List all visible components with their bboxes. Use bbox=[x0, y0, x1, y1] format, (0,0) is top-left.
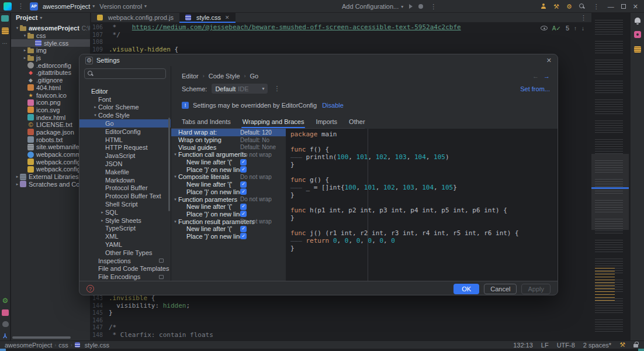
tab-imports[interactable]: Imports bbox=[316, 118, 337, 126]
editor-code-line[interactable]: 107 */ bbox=[91, 32, 461, 39]
settings-tree-item-color-scheme[interactable]: ▸Color Scheme bbox=[79, 104, 171, 112]
tab-tabs-and-indents[interactable]: Tabs and Indents bbox=[182, 118, 231, 126]
settings-tree-scrollbar[interactable] bbox=[168, 118, 170, 211]
apply-button[interactable]: Apply bbox=[521, 284, 550, 294]
database-tool-icon[interactable] bbox=[634, 46, 641, 53]
settings-tree-item-editor[interactable]: Editor bbox=[79, 87, 171, 95]
settings-tree-item-other-file-types[interactable]: Other File Types bbox=[79, 249, 171, 257]
settings-menu-icon[interactable]: ⋮ bbox=[592, 4, 601, 10]
settings-breadcrumb-item[interactable]: Code Style bbox=[209, 73, 240, 80]
settings-search[interactable] bbox=[84, 68, 166, 79]
settings-tree-item-json[interactable]: JSON bbox=[79, 160, 171, 168]
project-tree-item[interactable]: webpack.common.js bbox=[11, 151, 90, 159]
tab-options-icon[interactable]: ⋮ bbox=[580, 14, 587, 22]
settings-tree-item-font[interactable]: Font bbox=[79, 95, 171, 104]
project-tree-item[interactable]: webpack.config.prod.js bbox=[11, 166, 90, 173]
project-tree-item[interactable]: icon.svg bbox=[11, 106, 90, 114]
notifications-icon[interactable] bbox=[635, 18, 640, 23]
help-icon[interactable]: ? bbox=[86, 285, 94, 292]
option-row[interactable]: Wrap on typingDefault: No bbox=[171, 136, 286, 144]
checkbox-checked[interactable]: ✓ bbox=[240, 166, 247, 173]
forward-arrow-icon[interactable]: → bbox=[543, 73, 550, 80]
problems-tool-icon[interactable] bbox=[2, 321, 9, 327]
settings-breadcrumb-item[interactable]: Go bbox=[250, 73, 259, 80]
project-tree-item[interactable]: ▸External Libraries bbox=[11, 173, 90, 181]
settings-breadcrumb-item[interactable]: Editor bbox=[182, 73, 199, 80]
option-row[interactable]: Visual guidesDefault: None bbox=[171, 143, 286, 151]
status-breadcrumb[interactable]: awesomeProject›css›style.css bbox=[0, 342, 109, 349]
option-row[interactable]: New line after '('✓ bbox=[171, 225, 286, 233]
debug-icon[interactable] bbox=[418, 4, 423, 9]
project-tree-item[interactable]: ▾awesomeProjectC:\Users\User bbox=[11, 25, 90, 32]
settings-tree-item-markdown[interactable]: Markdown bbox=[79, 176, 171, 184]
settings-dialog-titlebar[interactable]: ⚙ Settings ✕ bbox=[79, 54, 558, 66]
back-arrow-icon[interactable]: ← bbox=[532, 73, 539, 80]
set-from-link[interactable]: Set from... bbox=[520, 85, 550, 92]
checkbox-checked[interactable]: ✓ bbox=[240, 159, 247, 166]
settings-tree-item-code-style[interactable]: ▾Code Style bbox=[79, 111, 171, 119]
tab-wrapping-and-braces[interactable]: Wrapping and Braces bbox=[243, 118, 304, 126]
search-everywhere-icon[interactable] bbox=[579, 4, 585, 9]
scheme-dropdown[interactable]: Default IDE ▾ bbox=[212, 84, 268, 94]
settings-tree-item-go[interactable]: Go bbox=[79, 119, 171, 128]
project-tool-icon[interactable] bbox=[1, 15, 9, 22]
option-row[interactable]: New line after '('✓ bbox=[171, 159, 286, 166]
ok-button[interactable]: OK bbox=[453, 284, 479, 294]
horizontal-scrollbar[interactable] bbox=[12, 336, 71, 339]
readonly-lock-icon[interactable] bbox=[633, 344, 638, 347]
settings-tree-item-style-sheets[interactable]: ▸Style Sheets bbox=[79, 216, 171, 225]
settings-tree-item-html[interactable]: HTML bbox=[79, 136, 171, 144]
project-tree-item[interactable]: style.css bbox=[11, 39, 90, 47]
maximize-icon[interactable] bbox=[621, 4, 626, 9]
reader-mode-eye-icon[interactable] bbox=[541, 26, 548, 30]
commit-tool-icon[interactable] bbox=[2, 27, 9, 35]
settings-tree-item-inspections[interactable]: Inspections bbox=[79, 257, 171, 265]
option-row[interactable]: Hard wrap at:Default: 120 bbox=[171, 129, 286, 136]
editor-code-line[interactable]: 108 bbox=[91, 39, 461, 46]
checkbox-checked[interactable]: ✓ bbox=[240, 188, 247, 195]
option-row[interactable]: ▾Composite literalsDo not wrap bbox=[171, 173, 286, 181]
editor-tab[interactable]: style.css✕ bbox=[179, 13, 236, 22]
checkbox-checked[interactable]: ✓ bbox=[240, 181, 247, 188]
disable-link[interactable]: Disable bbox=[322, 102, 344, 109]
status-breadcrumb-item[interactable]: style.css bbox=[85, 342, 109, 349]
more-actions-icon[interactable]: ⋮ bbox=[429, 4, 438, 10]
project-tree-item[interactable]: 404.html bbox=[11, 84, 90, 92]
indent-style[interactable]: 2 spaces* bbox=[583, 342, 611, 349]
project-tree-item[interactable]: package.json bbox=[11, 129, 90, 136]
status-breadcrumb-item[interactable]: awesomeProject bbox=[5, 342, 52, 349]
settings-tree-item-sql[interactable]: ▸SQL bbox=[79, 208, 171, 216]
project-tree-item[interactable]: ▾css bbox=[11, 32, 90, 40]
tab-other[interactable]: Other bbox=[349, 118, 365, 126]
next-problem-icon[interactable]: ↓ bbox=[581, 25, 584, 32]
project-tree-item[interactable]: robots.txt bbox=[11, 136, 90, 143]
settings-tree-item-typescript[interactable]: TypeScript bbox=[79, 225, 171, 233]
cancel-button[interactable]: Cancel bbox=[484, 284, 517, 294]
close-window-icon[interactable]: ✕ bbox=[633, 3, 638, 11]
checkbox-checked[interactable]: ✓ bbox=[240, 226, 247, 232]
caret-position[interactable]: 132:13 bbox=[513, 342, 533, 349]
project-widget[interactable]: awesomeProject ▾ bbox=[43, 3, 95, 10]
checkbox-checked[interactable]: ✓ bbox=[240, 204, 247, 210]
settings-tree-item-file-and-code-templates[interactable]: File and Code Templates bbox=[79, 265, 171, 273]
project-tree-item[interactable]: site.webmanifest bbox=[11, 143, 90, 151]
close-tab-icon[interactable]: ✕ bbox=[225, 15, 230, 20]
minimap[interactable] bbox=[591, 18, 629, 339]
prev-problem-icon[interactable]: ↑ bbox=[574, 25, 577, 32]
pink-tool-icon[interactable] bbox=[634, 31, 641, 38]
project-panel-header[interactable]: Project ▾ bbox=[11, 13, 90, 22]
settings-tree-item-javascript[interactable]: JavaScript bbox=[79, 152, 171, 160]
file-encoding[interactable]: UTF-8 bbox=[557, 342, 575, 349]
settings-search-input[interactable] bbox=[95, 70, 162, 77]
settings-sync-icon[interactable]: ⚙ bbox=[2, 297, 9, 304]
settings-tree-item-yaml[interactable]: YAML bbox=[79, 240, 171, 249]
settings-tree-item-file-encodings[interactable]: File Encodings bbox=[79, 273, 171, 281]
option-row[interactable]: Place ')' on new line✓ bbox=[171, 211, 286, 218]
avatar[interactable]: AP bbox=[30, 2, 38, 11]
project-tree-item[interactable]: webpack.config.dev.js bbox=[11, 158, 90, 166]
checkbox-checked[interactable]: ✓ bbox=[240, 233, 247, 239]
editor-code-line[interactable]: 143.invisible { bbox=[91, 295, 213, 302]
option-row[interactable]: Place '}' on new line✓ bbox=[171, 188, 286, 196]
option-row[interactable]: New line after '{'✓ bbox=[171, 181, 286, 188]
option-row[interactable]: Place ')' on new line✓ bbox=[171, 233, 286, 240]
